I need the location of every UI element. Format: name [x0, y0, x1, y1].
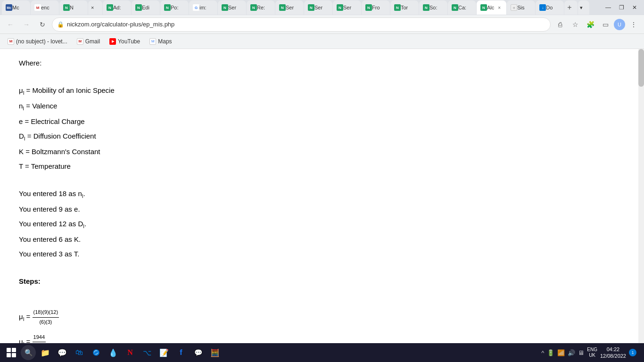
taskbar-messenger[interactable]: 💬: [190, 345, 206, 360]
taskbar: 🔍 📁 💬 🛍 💧 N ⌥ 📝 f 💬 🧮 ^ 🔋 📶 🔊 🖥 ENGUK: [0, 343, 644, 362]
tab-ser4-favicon: N: [337, 4, 343, 11]
share-button[interactable]: ⎙: [553, 18, 567, 31]
menu-button[interactable]: ⋮: [627, 18, 640, 31]
lang-label: ENGUK: [587, 347, 597, 358]
tab-po-favicon: N: [164, 4, 171, 11]
tab-mc[interactable]: Mc Mc: [2, 0, 30, 15]
where-label: Where:: [19, 57, 625, 69]
tab-ser4[interactable]: N Ser: [333, 0, 361, 15]
taskbar-store[interactable]: 🛍: [72, 345, 87, 360]
tab-edi-favicon: N: [135, 4, 142, 11]
entered-t: You entered 3 as T.: [19, 247, 625, 260]
tab-re[interactable]: N Re:: [247, 0, 275, 15]
tab-re-favicon: N: [250, 4, 257, 11]
tab-ser3-favicon: N: [308, 4, 314, 11]
tab-sis-label: Sis: [517, 5, 524, 10]
tab-n1[interactable]: N N: [59, 0, 88, 15]
tab-tor-label: Tor: [401, 5, 408, 10]
tab-ser2[interactable]: N Ser: [275, 0, 304, 15]
tray-display-icon[interactable]: 🖥: [578, 349, 584, 356]
tray-volume-icon[interactable]: 🔊: [568, 349, 575, 356]
taskbar-file-explorer[interactable]: 📁: [38, 345, 53, 360]
scrollbar-track[interactable]: [638, 49, 644, 343]
profile-avatar[interactable]: U: [614, 19, 625, 30]
entered-e: You entered 9 as e.: [19, 203, 625, 215]
taskbar-teams[interactable]: 💬: [55, 345, 70, 360]
taskbar-vscode[interactable]: ⌥: [140, 345, 155, 360]
time-display[interactable]: 04:22 12/08/2022: [600, 346, 626, 360]
bookmarks-bar: M (no subject) - lovet... M Gmail ▶ YouT…: [0, 34, 644, 49]
bookmark-no-subject-label: (no subject) - lovet...: [16, 38, 67, 45]
page-content: Where: μI = Mobility of an Ionic Specie …: [0, 49, 644, 343]
tab-ad[interactable]: N Ad:: [103, 0, 131, 15]
tab-tor[interactable]: N Tor: [390, 0, 419, 15]
address-text: nickzom.org/calculator-plus/ep_mis.php: [67, 21, 545, 28]
tab-so-label: So:: [429, 5, 438, 10]
var-e: e = Electrical Charge: [19, 115, 625, 128]
bookmark-youtube-label: YouTube: [118, 38, 140, 45]
bookmark-button[interactable]: ☆: [569, 18, 582, 31]
window-controls: — ❐ ✕: [603, 2, 642, 13]
tab-gim-favicon: G: [193, 4, 199, 11]
tab-so-favicon: N: [423, 4, 429, 11]
tab-po[interactable]: N Po:: [160, 0, 189, 15]
back-button[interactable]: ←: [4, 18, 17, 31]
bookmark-no-subject[interactable]: M (no subject) - lovet...: [4, 37, 71, 46]
tab-gim[interactable]: G im:: [189, 0, 217, 15]
tab-alc-close[interactable]: ×: [496, 4, 503, 11]
tab-alc[interactable]: N Alc ×: [477, 0, 506, 15]
tab-close-x[interactable]: ×: [88, 0, 102, 15]
var-t: T = Temperature: [19, 160, 625, 173]
taskbar-search-button[interactable]: 🔍: [21, 345, 36, 360]
tab-enc[interactable]: M enc: [31, 0, 59, 15]
taskbar-notepad[interactable]: 📝: [157, 345, 172, 360]
tab-sis[interactable]: ○ Sis: [507, 0, 535, 15]
step1-formula: μI = (18)(9)(12) (6)(3): [19, 308, 625, 327]
tab-ser1[interactable]: N Ser: [218, 0, 246, 15]
forward-button[interactable]: →: [20, 18, 33, 31]
tab-ca[interactable]: N Ca:: [448, 0, 476, 15]
tab-so[interactable]: N So:: [419, 0, 447, 15]
tab-po-label: Po:: [171, 5, 179, 10]
bookmark-gmail-favicon: M: [77, 38, 83, 45]
tab-enc-favicon: M: [34, 4, 41, 11]
steps-label: Steps:: [19, 275, 625, 288]
tab-ser3[interactable]: N Ser: [304, 0, 332, 15]
extension-button[interactable]: 🧩: [584, 18, 597, 31]
tray-wifi-icon[interactable]: 📶: [557, 349, 565, 356]
tray-chevron[interactable]: ^: [541, 349, 544, 356]
tab-gim-label: im:: [199, 5, 206, 10]
tab-tor-favicon: N: [394, 4, 401, 11]
windows-logo-icon: [7, 348, 16, 357]
taskbar-netflix[interactable]: N: [123, 345, 138, 360]
address-bar[interactable]: 🔒 nickzom.org/calculator-plus/ep_mis.php: [52, 17, 551, 32]
var-d: DI = Diffusion Coefficient: [19, 130, 625, 143]
maximize-button[interactable]: ❐: [616, 2, 627, 13]
toolbar-icons: ⎙ ☆ 🧩 ▭ U ⋮: [553, 18, 640, 31]
tab-edi-label: Edi: [142, 5, 149, 10]
taskbar-calculator[interactable]: 🧮: [207, 345, 223, 360]
system-tray-icons: ^ 🔋 📶 🔊 🖥: [541, 349, 584, 356]
bookmark-youtube[interactable]: ▶ YouTube: [106, 37, 144, 46]
tab-do[interactable]: ↓ Do: [536, 0, 564, 15]
bookmark-maps[interactable]: M Maps: [146, 37, 175, 46]
start-button[interactable]: [4, 345, 19, 360]
tab-ser1-favicon: N: [222, 4, 228, 11]
tab-edi[interactable]: N Edi: [132, 0, 160, 15]
close-button[interactable]: ✕: [629, 2, 640, 13]
new-tab-button[interactable]: +: [564, 0, 578, 15]
tab-fro[interactable]: N Fro: [362, 0, 390, 15]
taskbar-facebook[interactable]: f: [173, 345, 189, 360]
notification-button[interactable]: 1: [629, 349, 636, 356]
taskbar-edge[interactable]: [89, 345, 104, 360]
date-value: 12/08/2022: [600, 353, 626, 359]
scrollbar-thumb[interactable]: [638, 49, 644, 87]
tab-overflow-button[interactable]: ▾: [578, 0, 589, 15]
sidebar-button[interactable]: ▭: [599, 18, 612, 31]
tab-mc-label: Mc: [12, 5, 19, 10]
var-k: K = Boltzmann's Constant: [19, 145, 625, 158]
bookmark-gmail[interactable]: M Gmail: [73, 37, 104, 46]
minimize-button[interactable]: —: [603, 2, 614, 13]
taskbar-dropbox[interactable]: 💧: [106, 345, 121, 360]
reload-button[interactable]: ↻: [36, 18, 49, 31]
